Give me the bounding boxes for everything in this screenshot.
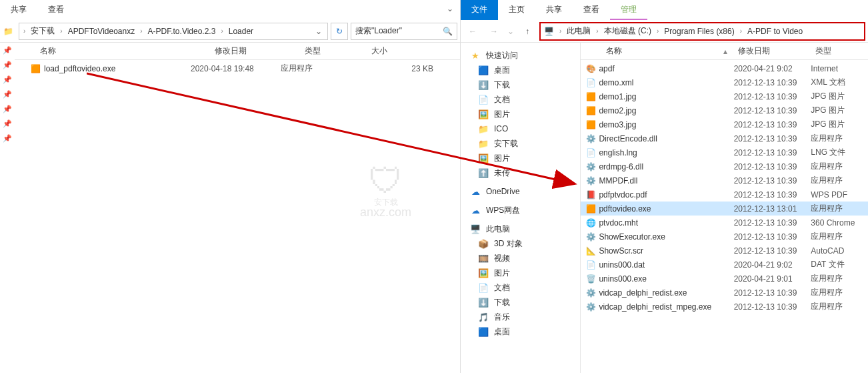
table-row[interactable]: 🟧demo2.jpg2012-12-13 10:39JPG 图片: [581, 103, 868, 117]
nav-this-pc[interactable]: 🖥️此电脑: [461, 222, 580, 236]
table-row[interactable]: ⚙️MMPDF.dll2012-12-13 10:39应用程序: [581, 173, 868, 188]
file-type: 应用程序: [811, 133, 868, 144]
breadcrumb-item[interactable]: Program Files (x86): [661, 25, 737, 37]
col-name[interactable]: 名称: [35, 45, 209, 57]
nav-item[interactable]: 📄文档: [461, 280, 580, 295]
tab-view[interactable]: 查看: [573, 0, 610, 20]
nav-item[interactable]: 🟦桌面: [461, 63, 580, 77]
nav-item[interactable]: 🖼️图片: [461, 266, 580, 280]
nav-item[interactable]: 📁安下载: [461, 136, 580, 151]
ribbon-left: 共享 查看 ⌄: [0, 0, 460, 20]
search-input[interactable]: 搜索"Loader" 🔍: [351, 23, 457, 40]
file-name: demo.xml: [599, 78, 733, 87]
pin-icon[interactable]: 📌: [0, 43, 15, 57]
tab-file[interactable]: 文件: [461, 0, 498, 20]
pin-icon[interactable]: 📌: [0, 87, 15, 101]
table-row[interactable]: 📕pdfptvdoc.pdf2012-12-13 10:39WPS PDF: [581, 188, 868, 202]
file-date: 2012-12-13 10:39: [734, 162, 811, 171]
breadcrumb-item[interactable]: 安下载: [28, 24, 57, 38]
nav-back-button[interactable]: ←: [463, 22, 482, 41]
refresh-button[interactable]: ↻: [331, 23, 348, 40]
body-right: ★快速访问 🟦桌面⬇️下载📄文档🖼️图片📁ICO📁安下载🖼️图片⬆️未传 ☁On…: [461, 43, 868, 373]
col-type[interactable]: 类型: [299, 45, 366, 57]
nav-item[interactable]: 🖼️图片: [461, 151, 580, 165]
nav-onedrive[interactable]: ☁OneDrive: [461, 184, 580, 199]
col-type[interactable]: 类型: [810, 45, 868, 57]
file-type: 应用程序: [811, 273, 868, 284]
table-row[interactable]: 📄unins000.dat2020-04-21 9:02DAT 文件: [581, 258, 868, 272]
table-row[interactable]: ⚙️ShowExecutor.exe2012-12-13 10:39应用程序: [581, 230, 868, 244]
nav-item[interactable]: ⬇️下载: [461, 295, 580, 310]
table-row[interactable]: 🟧load_pdftovideo.exe2020-04-18 19:48应用程序…: [15, 61, 460, 75]
table-row[interactable]: 🟧demo3.jpg2012-12-13 10:39JPG 图片: [581, 117, 868, 131]
table-row[interactable]: 🗑️unins000.exe2020-04-21 9:01应用程序: [581, 272, 868, 286]
desk-icon: 🟦: [478, 326, 489, 337]
breadcrumb-right[interactable]: 🖥️ › 此电脑 › 本地磁盘 (C:) › Program Files (x8…: [539, 22, 865, 41]
table-row[interactable]: 🟧demo1.jpg2012-12-13 10:39JPG 图片: [581, 89, 868, 103]
file-date: 2020-04-21 9:02: [734, 260, 811, 270]
breadcrumb-item[interactable]: 本地磁盘 (C:): [601, 24, 654, 38]
nav-item[interactable]: 🎞️视频: [461, 251, 580, 266]
tab-view[interactable]: 查看: [37, 0, 75, 20]
table-row[interactable]: 🎨apdf2020-04-21 9:02Internet: [581, 61, 868, 75]
file-date: 2012-12-13 10:39: [734, 218, 811, 228]
pin-icon[interactable]: 📌: [0, 101, 15, 116]
tab-manage[interactable]: 管理: [610, 0, 647, 20]
table-row[interactable]: ⚙️erdmpg-6.dll2012-12-13 10:39应用程序: [581, 159, 868, 173]
table-row[interactable]: 📄english.lng2012-12-13 10:39LNG 文件: [581, 145, 868, 159]
col-size[interactable]: 大小: [366, 45, 460, 57]
tab-share[interactable]: 共享: [0, 0, 37, 20]
table-row[interactable]: ⚙️DirectEncode.dll2012-12-13 10:39应用程序: [581, 131, 868, 145]
breadcrumb-item[interactable]: APDFToVideoanxz: [65, 25, 138, 37]
nav-quick-access[interactable]: ★快速访问: [461, 48, 580, 63]
nav-recent-icon[interactable]: ⌄: [506, 22, 515, 41]
pin-icon[interactable]: 📌: [0, 131, 15, 145]
nav-up-button[interactable]: ↑: [518, 22, 537, 41]
pin-icon[interactable]: 📌: [0, 116, 15, 131]
table-row[interactable]: ⚙️vidcap_delphi_redist_mpeg.exe2012-12-1…: [581, 300, 868, 314]
nav-item[interactable]: 🎵音乐: [461, 310, 580, 324]
ribbon-collapse-icon[interactable]: ⌄: [440, 0, 460, 20]
breadcrumb-dropdown-icon[interactable]: ⌄: [313, 27, 325, 36]
table-row[interactable]: 🟧pdftovideo.exe2012-12-13 13:01应用程序: [581, 202, 868, 216]
file-date: 2012-12-13 10:39: [734, 148, 811, 157]
table-row[interactable]: 🌐ptvdoc.mht2012-12-13 10:39360 Chrome: [581, 216, 868, 230]
file-name: demo1.jpg: [599, 92, 733, 101]
search-icon: 🔍: [443, 27, 453, 36]
nav-item[interactable]: 📁ICO: [461, 121, 580, 136]
file-icon: 📄: [586, 147, 596, 158]
nav-item[interactable]: 📦3D 对象: [461, 236, 580, 251]
breadcrumb-item[interactable]: A-PDF.to.Video.2.3: [145, 25, 219, 37]
breadcrumb-item[interactable]: A-PDF to Video: [745, 25, 805, 37]
nav-item[interactable]: 📄文档: [461, 92, 580, 107]
pin-icon[interactable]: 📌: [0, 57, 15, 72]
table-row[interactable]: 📄demo.xml2012-12-13 10:39XML 文档: [581, 75, 868, 89]
pin-strip: 📌 📌 📌 📌 📌 📌 📌: [0, 43, 15, 373]
nav-label: 下载: [494, 297, 510, 308]
desk-icon: 🟦: [478, 65, 489, 75]
tab-share[interactable]: 共享: [535, 0, 573, 20]
file-type: LNG 文件: [811, 147, 868, 158]
table-row[interactable]: 📐ShowScr.scr2012-12-13 10:39AutoCAD: [581, 244, 868, 258]
breadcrumb-left[interactable]: › 安下载 › APDFToVideoanxz › A-PDF.to.Video…: [19, 23, 328, 40]
nav-item[interactable]: 🖼️图片: [461, 107, 580, 121]
nav-wps[interactable]: ☁WPS网盘: [461, 203, 580, 218]
file-rows: 🎨apdf2020-04-21 9:02Internet📄demo.xml201…: [581, 60, 868, 314]
file-icon: 📄: [586, 260, 596, 270]
nav-item[interactable]: ⬆️未传: [461, 165, 580, 180]
file-icon: 🎨: [586, 63, 596, 74]
nav-item[interactable]: 🟦桌面: [461, 324, 580, 339]
down-icon: ⬇️: [478, 297, 489, 308]
col-name[interactable]: 名称▴: [601, 45, 733, 57]
col-date[interactable]: 修改日期: [733, 45, 810, 57]
col-date[interactable]: 修改日期: [209, 45, 299, 57]
file-name: vidcap_delphi_redist_mpeg.exe: [599, 302, 733, 312]
nav-item[interactable]: ⬇️下载: [461, 77, 580, 92]
breadcrumb-item[interactable]: 此电脑: [564, 24, 593, 38]
table-row[interactable]: ⚙️vidcap_delphi_redist.exe2012-12-13 10:…: [581, 286, 868, 300]
tab-home[interactable]: 主页: [498, 0, 535, 20]
pin-icon[interactable]: 📌: [0, 72, 15, 87]
nav-forward-button[interactable]: →: [485, 22, 503, 41]
file-date: 2012-12-13 10:39: [734, 78, 811, 87]
breadcrumb-item[interactable]: Loader: [226, 25, 256, 37]
